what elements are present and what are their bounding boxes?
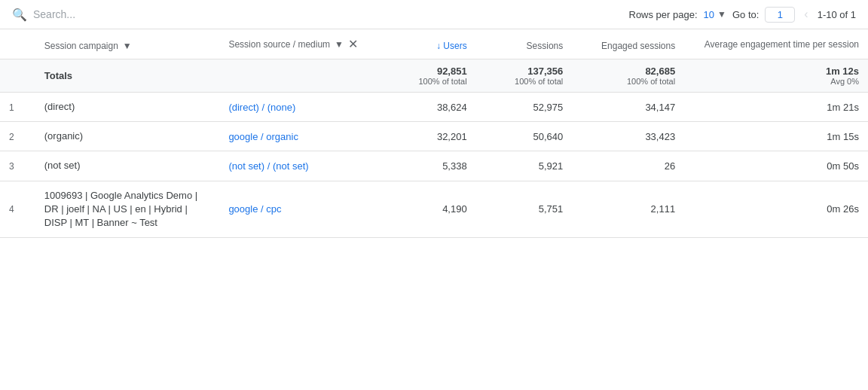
table-row: 3 (not set) (not set) / (not set) 5,338 … xyxy=(0,151,868,181)
row-users-cell: 4,190 xyxy=(380,181,476,238)
row-sessions-cell: 50,640 xyxy=(476,122,573,151)
row-users-cell: 5,338 xyxy=(380,151,476,181)
chevron-down-icon: ▼ xyxy=(717,9,726,20)
table-row: 2 (organic) google / organic 32,201 50,6… xyxy=(0,122,868,151)
col-header-campaign[interactable]: Session campaign ▼ xyxy=(35,29,220,59)
row-source-cell[interactable]: google / organic xyxy=(219,122,380,151)
totals-users-sub: 100% of total xyxy=(389,77,467,86)
row-num-cell: 3 xyxy=(0,151,35,181)
row-number: 1 xyxy=(9,102,24,113)
totals-users-cell: 92,851 100% of total xyxy=(380,59,476,93)
row-avg-cell: 1m 15s xyxy=(684,122,868,151)
totals-engaged-cell: 82,685 100% of total xyxy=(572,59,684,93)
row-campaign-cell: (not set) xyxy=(35,151,220,181)
row-campaign-cell: (direct) xyxy=(35,93,220,122)
search-icon: 🔍 xyxy=(12,8,27,22)
rows-per-page-select[interactable]: 10 ▼ xyxy=(704,9,726,20)
row-sessions-cell: 5,921 xyxy=(476,151,573,181)
totals-sessions-cell: 137,356 100% of total xyxy=(476,59,573,93)
row-engaged-cell: 33,423 xyxy=(572,122,684,151)
col-header-avg-engagement[interactable]: Average engagement time per session xyxy=(684,29,868,59)
totals-engaged: 82,685 xyxy=(581,66,675,77)
row-campaign-cell: 1009693 | Google Analytics Demo | DR | j… xyxy=(35,181,220,238)
row-campaign-cell: (organic) xyxy=(35,122,220,151)
row-source-cell[interactable]: (not set) / (not set) xyxy=(219,151,380,181)
row-engaged-cell: 2,111 xyxy=(572,181,684,238)
totals-label-cell: Totals xyxy=(35,59,380,93)
totals-avg-sub: Avg 0% xyxy=(693,77,859,86)
row-avg-cell: 1m 21s xyxy=(684,93,868,122)
row-avg-cell: 0m 26s xyxy=(684,181,868,238)
row-number: 2 xyxy=(9,132,24,142)
row-num-cell: 4 xyxy=(0,181,35,238)
remove-filter-button[interactable]: ✕ xyxy=(348,37,358,51)
col-header-source[interactable]: Session source / medium ▼ ✕ xyxy=(219,29,380,59)
row-users-cell: 38,624 xyxy=(380,93,476,122)
source-sort-icon: ▼ xyxy=(335,39,344,50)
pagination-controls: Rows per page: 10 ▼ Go to: ‹ 1-10 of 1 xyxy=(629,6,857,23)
row-users-cell: 32,201 xyxy=(380,122,476,151)
rows-per-page-label: Rows per page: xyxy=(629,9,698,20)
totals-row: Totals 92,851 100% of total 137,356 100%… xyxy=(0,59,868,93)
table-row: 4 1009693 | Google Analytics Demo | DR |… xyxy=(0,181,868,238)
col-header-engaged-sessions[interactable]: Engaged sessions xyxy=(572,29,684,59)
rows-value: 10 xyxy=(704,9,714,20)
col-header-rownum xyxy=(0,29,35,59)
row-sessions-cell: 52,975 xyxy=(476,93,573,122)
totals-label: Totals xyxy=(44,70,72,81)
row-source-cell[interactable]: (direct) / (none) xyxy=(219,93,380,122)
campaign-sort-icon: ▼ xyxy=(123,41,132,51)
totals-avg: 1m 12s xyxy=(693,66,859,77)
search-bar: 🔍 Rows per page: 10 ▼ Go to: ‹ 1-10 of 1 xyxy=(0,0,868,29)
goto-label: Go to: xyxy=(732,9,759,20)
table-header-row: Session campaign ▼ Session source / medi… xyxy=(0,29,868,59)
totals-users: 92,851 xyxy=(389,66,467,77)
row-source-cell[interactable]: google / cpc xyxy=(219,181,380,238)
row-avg-cell: 0m 50s xyxy=(684,151,868,181)
totals-avg-cell: 1m 12s Avg 0% xyxy=(684,59,868,93)
row-num-cell: 2 xyxy=(0,122,35,151)
row-engaged-cell: 26 xyxy=(572,151,684,181)
row-sessions-cell: 5,751 xyxy=(476,181,573,238)
totals-sessions-sub: 100% of total xyxy=(485,77,564,86)
col-header-sessions[interactable]: Sessions xyxy=(476,29,573,59)
totals-engaged-sub: 100% of total xyxy=(581,77,675,86)
prev-page-button[interactable]: ‹ xyxy=(801,6,811,23)
search-input[interactable] xyxy=(33,8,623,20)
goto-input[interactable] xyxy=(765,7,795,23)
row-engaged-cell: 34,147 xyxy=(572,93,684,122)
col-header-users[interactable]: ↓ Users xyxy=(380,29,476,59)
totals-row-num xyxy=(0,59,35,93)
table-row: 1 (direct) (direct) / (none) 38,624 52,9… xyxy=(0,93,868,122)
pagination-range: 1-10 of 1 xyxy=(818,9,856,20)
totals-sessions: 137,356 xyxy=(485,66,564,77)
row-number: 3 xyxy=(9,161,24,172)
row-number: 4 xyxy=(9,204,24,215)
row-num-cell: 1 xyxy=(0,93,35,122)
data-table: Session campaign ▼ Session source / medi… xyxy=(0,29,868,238)
